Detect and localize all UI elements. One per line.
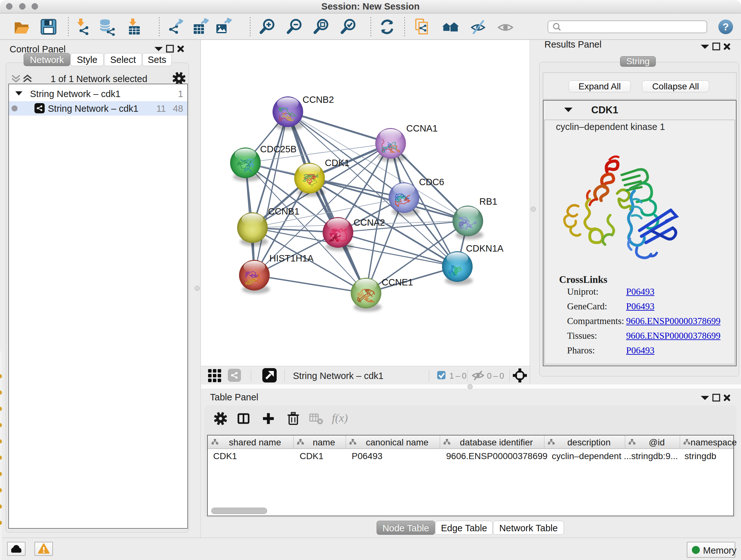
svg-text:CDK1: CDK1 [325, 158, 349, 168]
svg-text:CCNA1: CCNA1 [406, 123, 437, 133]
svg-text:CCNB2: CCNB2 [302, 95, 334, 105]
svg-text:CDKN1A: CDKN1A [466, 243, 503, 253]
svg-text:HIST1H1A: HIST1H1A [269, 253, 314, 263]
svg-text:CDC6: CDC6 [419, 177, 444, 187]
svg-text:CDC25B: CDC25B [260, 144, 296, 154]
svg-text:CCNA2: CCNA2 [354, 217, 385, 228]
svg-text:RB1: RB1 [479, 196, 497, 206]
svg-text:CCNE1: CCNE1 [382, 277, 413, 287]
svg-text:CCNB1: CCNB1 [268, 206, 299, 216]
